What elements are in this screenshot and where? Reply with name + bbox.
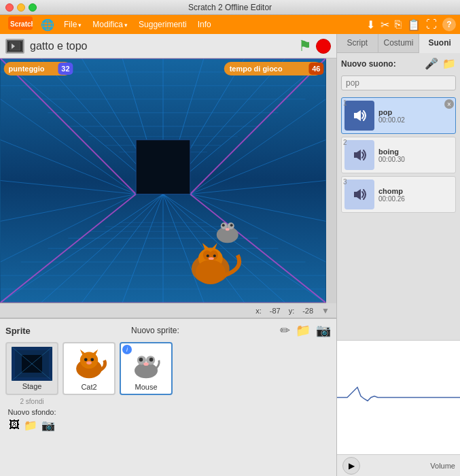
paint-new-sprite-button[interactable]: ✏ <box>280 323 290 338</box>
sound-new-buttons: 🎤 📁 <box>425 57 456 70</box>
sound-close-pop[interactable]: × <box>444 99 454 109</box>
minimize-button[interactable] <box>17 3 25 12</box>
svg-point-92 <box>90 358 94 361</box>
play-button[interactable]: ▶ <box>342 457 360 475</box>
upload-sprite-button[interactable]: 📁 <box>296 323 311 338</box>
camera-sfondo-button[interactable]: 📷 <box>41 419 55 432</box>
sprite-cat2-label: Cat2 <box>81 383 96 391</box>
svg-point-62 <box>213 254 216 257</box>
tab-script[interactable]: Script <box>337 34 378 52</box>
left-panel: gatto e topo ⚑ v445.2 <box>0 34 336 476</box>
menu-suggerimenti[interactable]: Suggerimenti <box>133 17 192 32</box>
svg-point-91 <box>84 358 88 361</box>
svg-text:Scratch: Scratch <box>10 20 33 28</box>
sound-name-chomp: chomp <box>378 187 405 195</box>
menu-info[interactable]: Info <box>192 17 217 32</box>
waveform-panel: ▶ Volume <box>337 340 460 476</box>
playback-row: ▶ Volume <box>337 454 460 476</box>
stage-section: Stage 2 sfondi Nuovo sfondo: 🖼 📁 📷 <box>5 342 58 432</box>
sprites-header: Sprite Nuovo sprite: ✏ 📁 📷 <box>5 323 331 338</box>
svg-point-99 <box>149 358 154 362</box>
tab-suoni[interactable]: Suoni <box>419 34 460 53</box>
camera-sprite-button[interactable]: 📷 <box>316 323 331 338</box>
stage-controls: ⚑ <box>298 37 331 55</box>
x-label: x: <box>255 307 262 315</box>
waveform-display <box>337 341 460 454</box>
menubar: Scratch 🌐 File▾ Modifica▾ Suggerimenti I… <box>0 15 460 34</box>
sound-num-2: 2 <box>343 139 347 146</box>
new-sprite-label: Nuovo sprite: <box>131 326 179 335</box>
svg-point-93 <box>86 361 92 364</box>
sound-icon-chomp <box>344 180 374 209</box>
game-canvas[interactable]: punteggio 32 tempo di gioco 46 <box>0 58 326 303</box>
stage-icon <box>5 39 24 54</box>
nuovo-sfondo-label: Nuovo sfondo: <box>8 408 56 416</box>
sprite-mouse[interactable]: i Mouse <box>120 342 173 395</box>
sound-item-chomp[interactable]: 3 chomp 00:00.26 <box>341 176 456 213</box>
download-icon[interactable]: ⬇ <box>366 18 375 31</box>
sound-icon-boing <box>344 140 374 170</box>
import-sound-button[interactable]: 📁 <box>442 57 456 70</box>
scroll-indicator: ▼ <box>321 306 330 316</box>
cut-icon[interactable]: ✂ <box>381 18 389 31</box>
sprites-title: Sprite <box>5 326 31 336</box>
paint-sfondo-button[interactable]: 🖼 <box>9 419 20 432</box>
scratch-logo[interactable]: Scratch <box>4 15 37 34</box>
svg-point-69 <box>222 224 225 226</box>
sprites-panel: Sprite Nuovo sprite: ✏ 📁 📷 <box>0 318 336 476</box>
svg-point-100 <box>143 362 149 366</box>
svg-marker-102 <box>354 150 361 160</box>
stage-thumbnail[interactable]: Stage <box>5 342 58 395</box>
sound-name-boing: boing <box>378 148 405 156</box>
sound-num-1: 1 <box>343 99 347 107</box>
sound-item-boing[interactable]: 2 boing 00:00.30 <box>341 137 456 173</box>
sprite-mouse-label: Mouse <box>135 383 157 391</box>
stage-sublabel: 2 sfondi <box>20 398 43 405</box>
svg-point-64 <box>196 260 226 284</box>
sound-info-chomp: chomp 00:00.26 <box>378 187 405 203</box>
sfondo-buttons: 🖼 📁 📷 <box>9 419 55 432</box>
game-canvas-wrapper: punteggio 32 tempo di gioco 46 <box>0 58 336 303</box>
fullscreen-icon[interactable]: ⛶ <box>426 18 437 31</box>
globe-icon[interactable]: 🌐 <box>37 18 58 31</box>
maximize-button[interactable] <box>29 3 37 12</box>
copy-icon[interactable]: ⎘ <box>395 18 402 31</box>
sound-item-pop[interactable]: 1 pop 00:00.02 × <box>341 97 456 134</box>
menu-file[interactable]: File▾ <box>58 17 87 32</box>
main-area: gatto e topo ⚑ v445.2 <box>0 34 460 476</box>
traffic-lights <box>5 3 37 12</box>
svg-point-71 <box>226 228 230 231</box>
new-sprite-buttons: ✏ 📁 📷 <box>280 323 331 338</box>
sound-name-pop: pop <box>378 108 405 116</box>
nuovo-suono-row: Nuovo suono: 🎤 📁 <box>341 57 456 70</box>
stage-name: gatto e topo <box>30 40 293 52</box>
upload-sfondo-button[interactable]: 📁 <box>24 419 37 432</box>
stop-button[interactable] <box>316 39 331 54</box>
sound-dur-pop: 00:00.02 <box>378 116 405 124</box>
sound-dur-chomp: 00:00.26 <box>378 195 405 203</box>
menu-modifica[interactable]: Modifica▾ <box>87 17 133 32</box>
svg-text:tempo di gioco: tempo di gioco <box>230 65 283 73</box>
sound-icon-pop <box>344 101 374 131</box>
sound-info-boing: boing 00:00.30 <box>378 148 405 163</box>
x-value: -87 <box>270 307 281 315</box>
svg-text:punteggio: punteggio <box>9 65 45 73</box>
svg-marker-101 <box>354 110 361 121</box>
volume-label: Volume <box>430 462 455 470</box>
record-sound-button[interactable]: 🎤 <box>425 57 438 70</box>
green-flag-button[interactable]: ⚑ <box>298 37 312 55</box>
close-button[interactable] <box>5 3 14 12</box>
svg-marker-103 <box>354 189 361 200</box>
y-value: -28 <box>302 307 313 315</box>
tab-costumi[interactable]: Costumi <box>378 34 420 52</box>
help-button[interactable]: ? <box>442 18 456 31</box>
menubar-right-icons: ⬇ ✂ ⎘ 📋 ⛶ ? <box>366 18 456 31</box>
sprite-info-badge[interactable]: i <box>122 345 132 354</box>
sprite-cat2[interactable]: Cat2 <box>63 342 116 395</box>
sound-search-input[interactable] <box>341 75 456 90</box>
tabs: Script Costumi Suoni <box>337 34 460 53</box>
paste-icon[interactable]: 📋 <box>407 18 421 31</box>
sprites-list: Stage 2 sfondi Nuovo sfondo: 🖼 📁 📷 <box>5 342 331 432</box>
sound-info-pop: pop 00:00.02 <box>378 108 405 124</box>
svg-point-63 <box>209 257 214 260</box>
